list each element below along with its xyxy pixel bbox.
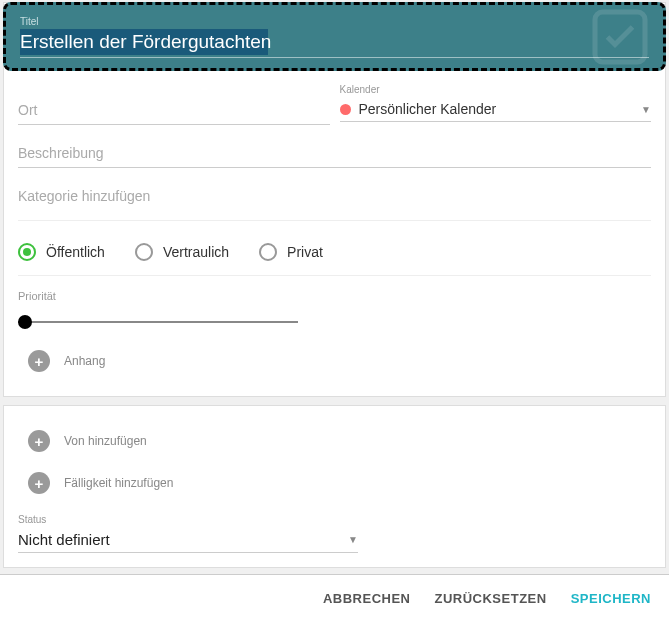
start-add[interactable]: + Von hinzufügen <box>28 420 651 462</box>
radio-confidential[interactable]: Vertraulich <box>135 243 229 261</box>
calendar-label: Kalender <box>340 84 652 95</box>
chevron-down-icon: ▼ <box>641 104 651 115</box>
calendar-select[interactable]: Persönlicher Kalender ▼ <box>340 97 652 122</box>
chevron-down-icon: ▼ <box>348 534 358 545</box>
radio-private[interactable]: Privat <box>259 243 323 261</box>
radio-public[interactable]: Öffentlich <box>18 243 105 261</box>
location-input[interactable] <box>18 84 330 125</box>
title-label: Titel <box>20 16 39 27</box>
visibility-radio-group: Öffentlich Vertraulich Privat <box>18 235 651 276</box>
calendar-selected: Persönlicher Kalender <box>359 101 642 117</box>
priority-label: Priorität <box>18 290 56 302</box>
reset-button[interactable]: ZURÜCKSETZEN <box>434 591 546 606</box>
footer-actions: ABBRECHEN ZURÜCKSETZEN SPEICHERN <box>0 574 669 622</box>
plus-icon: + <box>28 472 50 494</box>
plus-icon: + <box>28 350 50 372</box>
check-icon <box>585 5 655 68</box>
description-input[interactable] <box>18 139 651 168</box>
priority-slider[interactable] <box>18 312 298 332</box>
status-label: Status <box>18 514 651 525</box>
due-add[interactable]: + Fälligkeit hinzufügen <box>28 462 651 504</box>
category-input[interactable] <box>18 182 651 210</box>
attachment-add[interactable]: + Anhang <box>28 340 651 382</box>
plus-icon: + <box>28 430 50 452</box>
cancel-button[interactable]: ABBRECHEN <box>323 591 411 606</box>
status-select[interactable]: Nicht definiert ▼ <box>18 527 358 553</box>
title-input[interactable] <box>20 29 649 55</box>
calendar-color-dot <box>340 104 351 115</box>
title-field[interactable]: Titel <box>3 2 666 71</box>
save-button[interactable]: SPEICHERN <box>571 591 651 606</box>
